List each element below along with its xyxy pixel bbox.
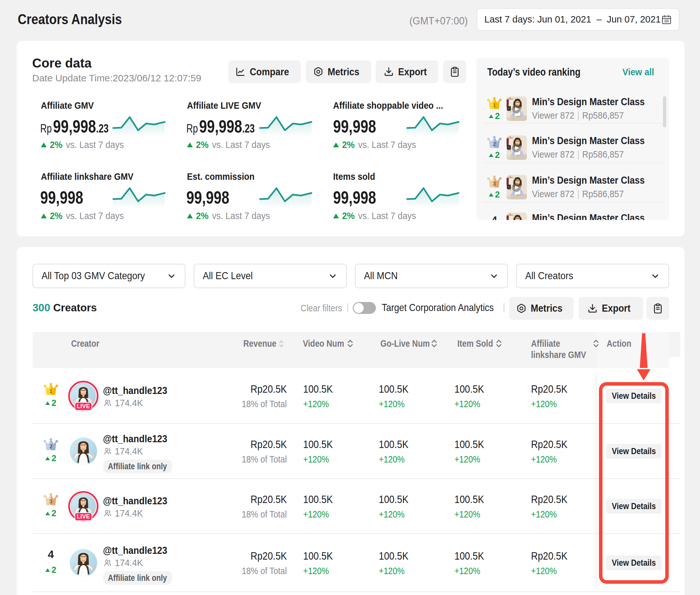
svg-text:1: 1 xyxy=(493,102,495,108)
svg-text:3: 3 xyxy=(493,181,495,187)
svg-text:2: 2 xyxy=(49,444,52,450)
svg-text:3: 3 xyxy=(49,499,52,505)
svg-text:2: 2 xyxy=(493,141,495,147)
svg-text:1: 1 xyxy=(49,388,52,394)
